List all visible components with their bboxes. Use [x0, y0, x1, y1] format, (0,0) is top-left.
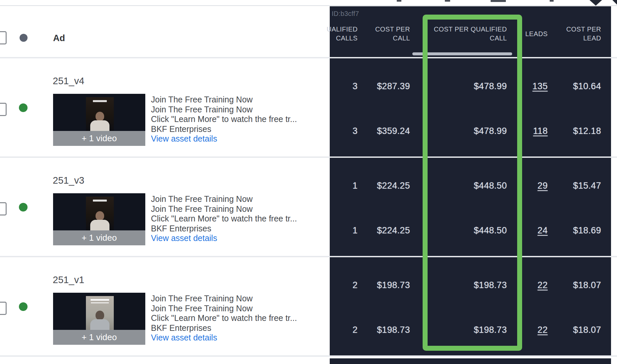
qualified-calls-value: 1 [331, 225, 358, 236]
table-row: 251_v1 + 1 video Join The Free Training … [0, 257, 617, 355]
panel-id-text: ID:b3cff7 [332, 10, 359, 18]
cost-per-qualified-call-value: $448.50 [450, 225, 507, 236]
cost-per-qualified-call-value: $478.99 [450, 81, 507, 92]
person-shirt-art [90, 120, 109, 131]
ad-video-thumbnail[interactable]: + 1 video [53, 94, 145, 146]
active-status-dot-icon [19, 203, 28, 212]
video-count-badge: + 1 video [53, 230, 145, 245]
cost-per-lead-value: $12.18 [555, 125, 601, 137]
ad-copy-line: Join The Free Training Now [151, 294, 310, 304]
ad-copy: Join The Free Training Now Join The Free… [151, 194, 310, 243]
cropped-ui-artifact [445, 0, 450, 2]
video-caption-art [91, 299, 109, 301]
ad-copy: Join The Free Training Now Join The Free… [151, 95, 310, 144]
video-caption-art [93, 200, 107, 202]
ad-video-thumbnail[interactable]: + 1 video [53, 293, 145, 345]
leads-value-link[interactable]: 22 [521, 324, 548, 335]
row-checkbox[interactable] [0, 103, 7, 116]
video-count-badge: + 1 video [53, 330, 145, 345]
column-header-cost-per-qualified-call[interactable]: COST PER QUALIFIED CALL [434, 25, 507, 43]
qualified-calls-value: 2 [331, 279, 358, 291]
video-caption-art [93, 100, 107, 102]
ad-copy-line: BKF Enterprises [151, 323, 310, 333]
qualified-calls-value: 3 [331, 81, 358, 92]
ad-copy-line: Join The Free Training Now [151, 194, 310, 204]
row-checkbox[interactable] [0, 302, 7, 315]
cost-per-call-value: $198.73 [364, 279, 410, 291]
ad-copy-line: Click "Learn More" to watch the free tr.… [151, 313, 310, 323]
select-all-checkbox[interactable] [0, 31, 7, 44]
ad-copy-line: BKF Enterprises [151, 224, 310, 234]
cost-per-qualified-call-value: $478.99 [450, 125, 507, 137]
leads-value-link[interactable]: 135 [521, 81, 548, 92]
cost-per-call-value: $359.24 [364, 125, 410, 137]
table-row: 251_v4 + 1 video Join The Free Training … [0, 58, 617, 156]
qualified-calls-value: 1 [331, 180, 358, 191]
ad-copy-line: Join The Free Training Now [151, 304, 310, 314]
person-head-art [96, 112, 104, 121]
metrics-cell-background [330, 158, 611, 256]
view-asset-details-link[interactable]: View asset details [151, 333, 310, 343]
active-status-dot-icon [19, 302, 28, 311]
ad-column-header: Ad [53, 33, 65, 43]
person-head-art [96, 311, 104, 320]
qualified-calls-value: 3 [331, 125, 358, 137]
view-asset-details-link[interactable]: View asset details [151, 134, 310, 144]
cost-per-call-value: $198.73 [364, 324, 410, 335]
leads-value-link[interactable]: 22 [521, 279, 548, 291]
ad-copy: Join The Free Training Now Join The Free… [151, 294, 310, 343]
leads-value-link[interactable]: 24 [521, 225, 548, 236]
person-shirt-art [90, 220, 109, 230]
cropped-pointer-icon [589, 0, 602, 6]
cost-per-call-value: $224.25 [364, 180, 410, 191]
view-asset-details-link[interactable]: View asset details [151, 233, 310, 243]
ad-copy-line: Join The Free Training Now [151, 204, 310, 214]
cost-per-qualified-call-value: $198.73 [450, 279, 507, 291]
person-shirt-art [90, 319, 109, 330]
metrics-cell-background [330, 257, 611, 355]
cost-per-lead-value: $18.69 [555, 225, 601, 236]
column-header-leads[interactable]: LEADS [525, 30, 548, 38]
next-row-partial [330, 358, 611, 364]
cost-per-lead-value: $18.07 [555, 279, 601, 291]
row-checkbox[interactable] [0, 202, 7, 215]
ad-copy-line: Click "Learn More" to watch the free tr.… [151, 214, 310, 224]
column-header-cost-per-lead[interactable]: COST PER LEAD [566, 25, 601, 43]
active-status-dot-icon [19, 103, 28, 112]
top-divider [0, 5, 617, 6]
cost-per-lead-value: $15.47 [555, 180, 601, 191]
cost-per-lead-value: $18.07 [555, 324, 601, 335]
video-preview [86, 296, 114, 330]
column-header-qualified-calls[interactable]: UALIFIED CALLS [327, 25, 358, 43]
cropped-ui-artifact [491, 0, 506, 2]
ad-name: 251_v4 [53, 76, 84, 87]
leads-value-link[interactable]: 118 [521, 125, 548, 137]
cost-per-lead-value: $10.64 [555, 81, 601, 92]
cost-per-qualified-call-value: $198.73 [450, 324, 507, 335]
delivery-status-header-dot-icon [20, 34, 28, 42]
ad-copy-line: Join The Free Training Now [151, 105, 310, 115]
cropped-corner-artifact [612, 0, 617, 5]
ad-copy-line: BKF Enterprises [151, 124, 310, 134]
ad-name: 251_v1 [53, 274, 84, 285]
ad-video-thumbnail[interactable]: + 1 video [53, 193, 145, 245]
ads-manager-table: Ad ID:b3cff7 UALIFIED CALLS COST PER CAL… [0, 0, 617, 364]
person-head-art [96, 211, 104, 220]
cropped-ui-artifact [550, 0, 554, 2]
ad-name: 251_v3 [53, 175, 84, 186]
ad-copy-line: Join The Free Training Now [151, 95, 310, 105]
video-count-badge: + 1 video [53, 131, 145, 146]
cost-per-call-value: $287.39 [364, 81, 410, 92]
metrics-header-panel: ID:b3cff7 UALIFIED CALLS COST PER CALL C… [330, 6, 611, 57]
cost-per-call-value: $224.25 [364, 225, 410, 236]
column-header-cost-per-call[interactable]: COST PER CALL [375, 25, 410, 43]
video-preview [86, 97, 114, 131]
ad-copy-line: Click "Learn More" to watch the free tr.… [151, 114, 310, 124]
row-divider [0, 355, 617, 357]
horizontal-scrollbar[interactable] [412, 52, 512, 55]
leads-value-link[interactable]: 29 [521, 180, 548, 191]
video-preview [86, 197, 114, 230]
cropped-ui-artifact [397, 0, 401, 2]
table-row: 251_v3 + 1 video Join The Free Training … [0, 158, 617, 256]
metrics-cell-background [330, 58, 611, 156]
